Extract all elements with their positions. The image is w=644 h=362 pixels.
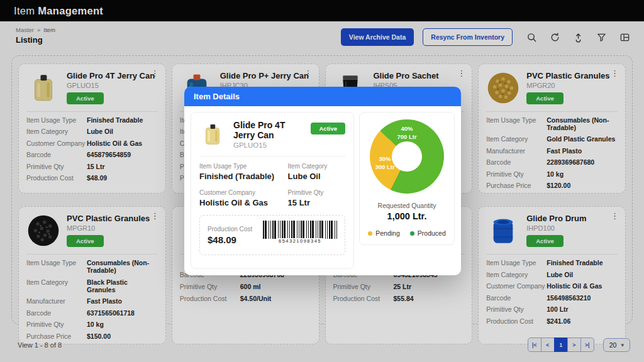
- detail-head: Glide Pro 4T Jerry Can GPLUO15 Active: [199, 119, 345, 156]
- modal-status-badge: Active: [311, 123, 345, 134]
- modal-item-name: Glide Pro 4T Jerry Can: [233, 120, 303, 140]
- produced-dot-icon: [410, 231, 414, 236]
- modal-item-code: GPLUO15: [233, 141, 303, 149]
- modal-item-image: [199, 119, 226, 150]
- item-details-modal: Item Details Glide Pro 4T Jerry Can GPLU…: [184, 87, 461, 275]
- barcode-bars: [263, 221, 337, 239]
- quantity-chart-card: 40% 700 Ltr 30% 300 Ltr Requested Quanti…: [359, 112, 455, 245]
- modal-field: Item Category Lube Oil: [288, 163, 345, 181]
- item-detail-card: Glide Pro 4T Jerry Can GPLUO15 Active It…: [191, 112, 354, 269]
- produced-segment-label: 40% 700 Ltr: [370, 125, 444, 141]
- donut-chart: 40% 700 Ltr 30% 300 Ltr: [370, 119, 444, 194]
- requested-quantity-label: Requested Quantity: [378, 202, 436, 209]
- legend-pending: Pending: [368, 229, 400, 237]
- barcode-number: 654321098345: [276, 238, 324, 244]
- legend-produced: Produced: [410, 229, 446, 237]
- production-cost-value: $48.09: [208, 234, 252, 245]
- modal-field: Primitive Qty 15 Ltr: [288, 189, 345, 207]
- production-cost-label: Production Cost: [208, 226, 252, 233]
- chart-legend: Pending Produced: [368, 229, 446, 237]
- pending-dot-icon: [368, 231, 372, 236]
- production-cost-box: Production Cost $48.09 654321098345: [199, 215, 345, 255]
- requested-quantity: Requested Quantity 1,000 Ltr.: [378, 202, 436, 221]
- barcode-image: 654321098345: [263, 221, 337, 250]
- modal-body: Glide Pro 4T Jerry Can GPLUO15 Active It…: [184, 106, 461, 275]
- modal-field: Item Usage Type Finished (Tradable): [199, 163, 283, 181]
- modal-field: Customer Company Holistic Oil & Gas: [199, 189, 283, 207]
- donut-hole: [392, 141, 422, 172]
- modal-fields: Item Usage Type Finished (Tradable) Item…: [199, 163, 345, 207]
- modal-title: Item Details: [184, 87, 461, 106]
- requested-quantity-value: 1,000 Ltr.: [378, 211, 436, 221]
